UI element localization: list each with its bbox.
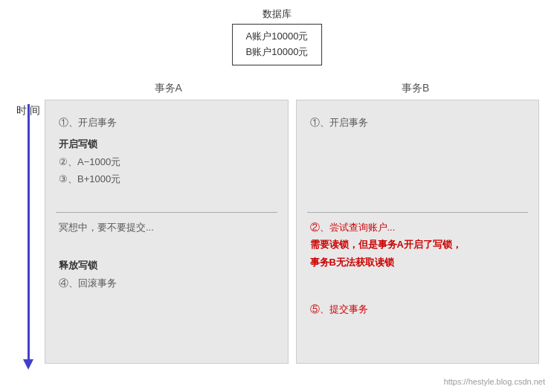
tx-box-b: ①、开启事务 ②、尝试查询账户... 需要读锁，但是事务A开启了写锁， 事务B无… [296, 100, 540, 364]
tx-a-step2: ②、A−1000元 [59, 153, 274, 170]
database-box: 数据库 A账户10000元 B账户10000元 [232, 7, 323, 65]
tx-b-step2-explain2: 事务B无法获取读锁 [310, 254, 526, 271]
col-header-txA: 事务A [45, 82, 292, 95]
col-header-row: 事务A 事务B [45, 82, 539, 95]
tx-b-bottom: ②、尝试查询账户... 需要读锁，但是事务A开启了写锁， 事务B无法获取读锁 ⑤… [304, 213, 532, 356]
tx-a-mid-text: 冥想中，要不要提交... [59, 219, 274, 236]
boxes-row: ①、开启事务 开启写锁 ②、A−1000元 ③、B+1000元 冥想中，要不要提… [45, 100, 539, 364]
tx-box-a: ①、开启事务 开启写锁 ②、A−1000元 ③、B+1000元 冥想中，要不要提… [45, 100, 289, 364]
tx-a-step4-label: 释放写锁 [59, 257, 274, 274]
watermark: https://hestyle.blog.csdn.net [444, 377, 545, 386]
tx-b-step2-explain1: 需要读锁，但是事务A开启了写锁， [310, 236, 526, 253]
tx-box-a-inner: ①、开启事务 开启写锁 ②、A−1000元 ③、B+1000元 冥想中，要不要提… [53, 108, 280, 356]
db-title: 数据库 [232, 7, 323, 21]
tx-a-step4: ④、回滚事务 [59, 274, 274, 292]
time-axis: 时间 [15, 97, 42, 370]
time-label: 时间 [15, 97, 42, 100]
tx-a-step3: ③、B+1000元 [59, 170, 274, 187]
tx-a-step2-label: 开启写锁 [59, 135, 274, 152]
tx-b-step5: ⑤、提交事务 [310, 301, 526, 318]
tx-a-top: ①、开启事务 开启写锁 ②、A−1000元 ③、B+1000元 [53, 108, 280, 212]
tx-a-bottom: 冥想中，要不要提交... 释放写锁 ④、回滚事务 [53, 213, 280, 356]
db-line2: B账户10000元 [246, 45, 309, 60]
tx-b-step1: ①、开启事务 [310, 114, 526, 131]
tx-box-b-inner: ①、开启事务 ②、尝试查询账户... 需要读锁，但是事务A开启了写锁， 事务B无… [304, 108, 532, 356]
time-arrow-head [23, 359, 33, 370]
tx-b-top: ①、开启事务 [304, 108, 532, 212]
col-header-txB: 事务B [292, 82, 540, 95]
db-content: A账户10000元 B账户10000元 [232, 24, 323, 65]
tx-a-step1: ①、开启事务 [59, 114, 274, 131]
tx-b-step2-attempt: ②、尝试查询账户... [310, 219, 526, 236]
time-arrow-line [28, 104, 30, 359]
db-line1: A账户10000元 [246, 29, 309, 45]
columns-area: 事务A 事务B ①、开启事务 开启写锁 ②、A−1000元 ③、B+1000元 … [45, 82, 539, 377]
